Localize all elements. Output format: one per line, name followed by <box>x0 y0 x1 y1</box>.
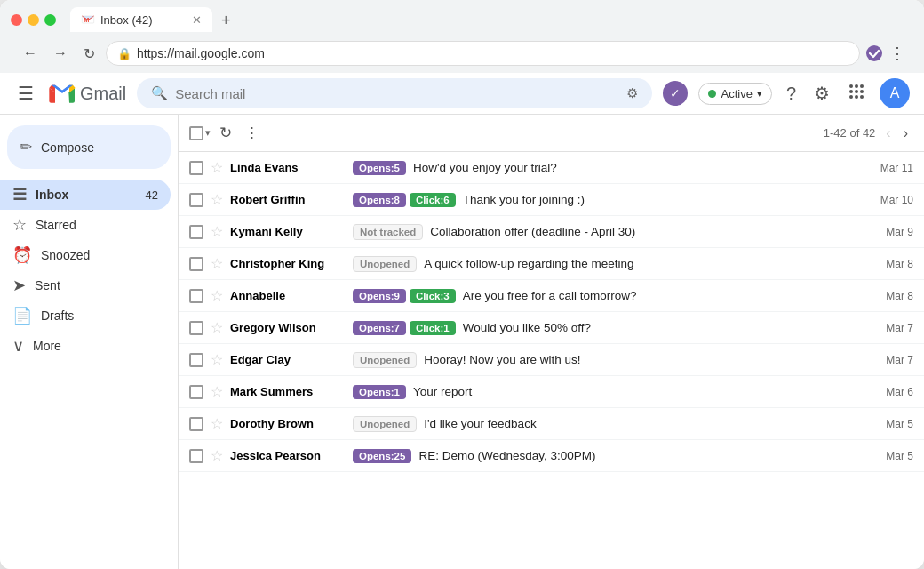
email-checkbox[interactable] <box>189 385 203 399</box>
email-checkbox[interactable] <box>189 257 203 271</box>
active-label: Active <box>721 87 752 100</box>
gmail-logo-icon <box>48 79 76 108</box>
refresh-button[interactable]: ↻ <box>78 42 100 66</box>
email-tag-primary: Not tracked <box>353 224 423 240</box>
svg-point-7 <box>855 90 858 93</box>
svg-point-11 <box>860 95 864 99</box>
gmail-app: ☰ Gmail 🔍 Search mail ⚙ ✓ <box>0 73 924 569</box>
maximize-button[interactable] <box>44 14 56 26</box>
email-date: Mar 7 <box>886 354 913 366</box>
email-star[interactable]: ☆ <box>211 319 223 336</box>
sidebar-label-sent: Sent <box>35 278 158 293</box>
email-subject: RE: Demo (Wednesday, 3:00PM) <box>418 449 872 462</box>
help-button[interactable]: ? <box>783 80 800 108</box>
email-row[interactable]: ☆Gregory WilsonOpens:7Click:1Would you l… <box>179 312 924 344</box>
email-star[interactable]: ☆ <box>211 287 223 304</box>
email-date: Mar 10 <box>880 194 913 206</box>
email-checkbox[interactable] <box>189 225 203 239</box>
email-star[interactable]: ☆ <box>211 159 223 176</box>
sidebar-item-more[interactable]: ∨ More <box>0 331 171 361</box>
email-checkbox[interactable] <box>189 449 203 463</box>
sidebar-item-starred[interactable]: ☆ Starred <box>0 210 171 240</box>
email-checkbox[interactable] <box>189 353 203 367</box>
menu-icon[interactable]: ☰ <box>14 79 37 108</box>
tab-close-button[interactable]: ✕ <box>192 13 202 27</box>
new-tab-button[interactable]: + <box>214 9 238 32</box>
email-checkbox[interactable] <box>189 321 203 335</box>
email-tags: Opens:9Click:3 <box>353 289 456 303</box>
email-row[interactable]: ☆Dorothy BrownUnopenedI'd like your feed… <box>179 408 924 440</box>
email-date: Mar 7 <box>886 322 913 334</box>
search-placeholder: Search mail <box>175 86 245 101</box>
email-row[interactable]: ☆Robert GriffinOpens:8Click:6Thank you f… <box>179 184 924 216</box>
email-row[interactable]: ☆AnnabelleOpens:9Click:3Are you free for… <box>179 280 924 312</box>
email-row[interactable]: ☆Linda EvansOpens:5How'd you enjoy your … <box>179 152 924 184</box>
pagination-text: 1-42 of 42 <box>824 126 876 140</box>
prev-page-button[interactable]: ‹ <box>880 123 896 144</box>
email-checkbox[interactable] <box>189 289 203 303</box>
avatar[interactable]: A <box>880 78 910 108</box>
search-tune-icon[interactable]: ⚙ <box>626 85 638 101</box>
gmail-body: ✏ Compose ☰ Inbox 42 ☆ Starred ⏰ Snoozed <box>0 115 924 569</box>
more-options-button[interactable]: ⋮ <box>241 120 263 146</box>
svg-text:M: M <box>84 16 89 24</box>
email-checkbox[interactable] <box>189 193 203 207</box>
email-tags: Unopened <box>353 416 417 432</box>
email-tag-primary: Unopened <box>353 256 417 272</box>
sidebar-label-snoozed: Snoozed <box>41 248 158 262</box>
compose-label: Compose <box>41 140 94 155</box>
search-bar[interactable]: 🔍 Search mail ⚙ <box>137 78 652 108</box>
email-date: Mar 8 <box>886 290 913 302</box>
email-checkbox[interactable] <box>189 161 203 175</box>
email-row[interactable]: ☆Mark SummersOpens:1Your reportMar 6 <box>179 376 924 408</box>
settings-button[interactable]: ⚙ <box>810 79 833 108</box>
checkbox-icon[interactable] <box>189 126 203 140</box>
email-subject: How'd you enjoy your trial? <box>413 161 866 174</box>
compose-button[interactable]: ✏ Compose <box>7 125 171 169</box>
inbox-icon: ☰ <box>12 185 27 204</box>
email-star[interactable]: ☆ <box>211 255 223 272</box>
email-star[interactable]: ☆ <box>211 447 223 464</box>
address-bar[interactable]: 🔒 https://mail.google.com <box>106 41 860 66</box>
next-page-button[interactable]: › <box>898 123 913 144</box>
sidebar-label-starred: Starred <box>36 218 158 232</box>
back-button[interactable]: ← <box>18 42 43 65</box>
active-tab[interactable]: M Inbox (42) ✕ <box>70 7 212 32</box>
apps-button[interactable] <box>844 79 869 108</box>
sidebar-item-drafts[interactable]: 📄 Drafts <box>0 301 171 331</box>
email-subject: I'd like your feedback <box>424 417 872 430</box>
select-dropdown-arrow[interactable]: ▾ <box>205 127 211 139</box>
browser-menu-button[interactable]: ⋮ <box>888 44 906 62</box>
email-date: Mar 5 <box>886 450 913 462</box>
email-row[interactable]: ☆Jessica PearsonOpens:25RE: Demo (Wednes… <box>179 440 924 472</box>
email-row[interactable]: ☆Edgar ClayUnopenedHooray! Now you are w… <box>179 344 924 376</box>
sidebar-item-inbox[interactable]: ☰ Inbox 42 <box>0 180 171 210</box>
email-row[interactable]: ☆Christopher KingUnopenedA quick follow-… <box>179 248 924 280</box>
email-star[interactable]: ☆ <box>211 383 223 400</box>
email-tag-secondary: Click:6 <box>410 193 456 207</box>
gmail-logo: Gmail <box>48 79 126 108</box>
email-star[interactable]: ☆ <box>211 223 223 240</box>
close-button[interactable] <box>11 14 22 26</box>
email-tags: Opens:7Click:1 <box>353 321 456 335</box>
nav-bar: ← → ↻ 🔒 https://mail.google.com ⋮ <box>11 37 913 73</box>
browser-window: M Inbox (42) ✕ + ← → ↻ 🔒 https://mail.go… <box>0 0 924 569</box>
url-text: https://mail.google.com <box>137 46 265 60</box>
sidebar-item-snoozed[interactable]: ⏰ Snoozed <box>0 240 171 270</box>
forward-button[interactable]: → <box>48 42 73 65</box>
email-star[interactable]: ☆ <box>211 351 223 368</box>
minimize-button[interactable] <box>28 14 39 26</box>
starred-icon: ☆ <box>12 215 27 235</box>
email-star[interactable]: ☆ <box>211 191 223 208</box>
active-status-badge[interactable]: Active ▾ <box>698 83 771 105</box>
email-row[interactable]: ☆Kymani KellyNot trackedCollaboration of… <box>179 216 924 248</box>
email-checkbox[interactable] <box>189 417 203 431</box>
tracker-check-icon[interactable]: ✓ <box>663 81 688 106</box>
sidebar-item-sent[interactable]: ➤ Sent <box>0 270 171 301</box>
extension-checkmark[interactable] <box>865 44 883 62</box>
email-list-toolbar: ▾ ↻ ⋮ 1-42 of 42 ‹ › <box>179 115 924 152</box>
select-all-checkbox[interactable]: ▾ <box>189 126 211 140</box>
email-star[interactable]: ☆ <box>211 415 223 432</box>
email-tags: Opens:25 <box>353 449 411 463</box>
refresh-email-button[interactable]: ↻ <box>216 120 235 146</box>
